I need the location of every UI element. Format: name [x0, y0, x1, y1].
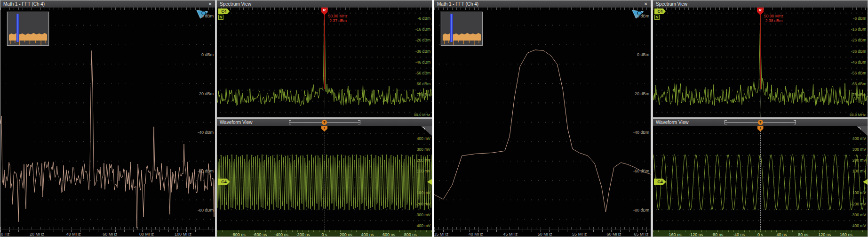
marker-line [324, 15, 325, 89]
waveform-plot[interactable]: T C4 400 mV300 mV200 mV100 mV-100 mV-200… [217, 126, 432, 230]
tick-label: 60 MHz [103, 232, 117, 237]
tick-label: 20 MHz [30, 232, 44, 237]
horizontal-position-slider[interactable]: T [289, 120, 360, 124]
tick-label: -600 ns [253, 232, 267, 237]
tick-label: 400 ns [361, 232, 374, 237]
math-fft-panel: Math 1 - FFT (Ch 4) ✕ [434, 0, 651, 237]
tick-label: -40 ns [733, 232, 745, 237]
waveform-view-panel: Waveform View T T C4 [216, 118, 432, 237]
tick-label: -200 ns [296, 232, 310, 237]
time-axis: -800 ns-600 ns-400 ns-200 ns0 s200 ns400… [217, 230, 432, 237]
tick-label: 40 ns [777, 232, 787, 237]
tick-label: 80 MHz [139, 232, 154, 237]
spectrum-view-panel: Spectrum View R 50.00 MHz -2.37 dBm C4 [216, 0, 432, 118]
tick-label: 55 MHz [572, 232, 587, 237]
fft-x-axis: 0 Hz20 MHz40 MHz60 MHz80 MHz100 MHz [0, 229, 215, 237]
waveform-view-panel: Waveform View T T C4 [653, 118, 868, 237]
waveform-titlebar[interactable]: Waveform View T [217, 119, 432, 126]
math-title: Math 1 - FFT (Ch 4) [3, 0, 45, 8]
fft-thumbnail-graphic [441, 12, 482, 45]
math-titlebar[interactable]: Math 1 - FFT (Ch 4) ✕ [434, 0, 651, 8]
oscilloscope-screen: Math 1 - FFT (Ch 4) ✕ [0, 0, 868, 237]
tick-label: 35 MHz [434, 232, 448, 237]
trigger-position-line [325, 126, 325, 230]
horizontal-position-slider[interactable]: T [725, 120, 796, 124]
marker-frequency: 50.00 MHz [764, 14, 783, 18]
tick-label: 160 ns [840, 232, 852, 237]
marker-amplitude: -2.37 dBm [328, 18, 348, 23]
display-group-left: Math 1 - FFT (Ch 4) ✕ [0, 0, 432, 237]
math-fft-plot[interactable]: 20 dBm0 dBm-20 dBm-40 dBm-60 dBm-80 dBm [434, 8, 651, 229]
tick-label: 0 Hz [1, 232, 10, 237]
fft-thumbnail-graphic [8, 12, 48, 45]
time-axis: -160 ns-120 ns-80 ns-40 ns0 s40 ns80 ns1… [653, 230, 868, 237]
tick-label: 100 MHz [175, 232, 191, 237]
spectrum-view-panel: Spectrum View R 50.00 MHz -2.38 dBm C4 [653, 0, 868, 118]
trace-mode-badge[interactable]: N [654, 15, 660, 20]
marker-frequency: 50.00 MHz [328, 14, 348, 18]
zoom-flag-graphic [632, 9, 644, 19]
tick-label: 600 ns [382, 232, 395, 237]
math-titlebar[interactable]: Math 1 - FFT (Ch 4) ✕ [0, 0, 215, 8]
right-column: Spectrum View R 50.00 MHz -2.38 dBm C4 [653, 0, 868, 237]
marker-readout: 50.00 MHz -2.38 dBm [764, 14, 783, 23]
tick-label: 65 MHz [634, 232, 649, 237]
math-title: Math 1 - FFT (Ch 4) [437, 0, 478, 8]
spectrum-corner-frequency: 55.0 MHz [850, 113, 866, 117]
fft-overview-thumbnail[interactable] [7, 12, 49, 46]
right-column: Spectrum View R 50.00 MHz -2.37 dBm C4 [216, 0, 432, 237]
tick-label: -800 ns [231, 232, 246, 237]
spectrum-title: Spectrum View [656, 0, 687, 8]
close-icon[interactable]: ✕ [208, 0, 212, 8]
fft-overview-thumbnail[interactable] [441, 12, 483, 46]
zoom-flag-graphic [196, 9, 208, 19]
marker-readout: 50.00 MHz -2.37 dBm [328, 14, 348, 23]
zoom-mode-icon[interactable] [196, 9, 208, 19]
tick-label: 80 ns [798, 232, 808, 237]
waveform-title: Waveform View [656, 119, 688, 126]
spectrum-plot[interactable]: R 50.00 MHz -2.37 dBm C4 N -6 dBm-16 dBm… [217, 8, 432, 118]
tick-label: 0 s [321, 232, 327, 237]
ground-level-arrow[interactable] [863, 179, 868, 185]
spectrum-titlebar[interactable]: Spectrum View [653, 0, 868, 8]
tick-label: -400 ns [274, 232, 288, 237]
display-group-right: Math 1 - FFT (Ch 4) ✕ [434, 0, 868, 237]
spectrum-title: Spectrum View [220, 0, 251, 8]
tick-label: 50 MHz [538, 232, 552, 237]
spectrum-plot[interactable]: R 50.00 MHz -2.38 dBm C4 N -6 dBm-16 dBm… [653, 8, 868, 118]
tick-label: 0 s [757, 232, 763, 237]
tick-label: 200 ns [340, 232, 352, 237]
trace-mode-badge[interactable]: N [218, 15, 223, 20]
math-fft-plot[interactable]: 20 dBm0 dBm-20 dBm-40 dBm-60 dBm-80 dBm [0, 8, 215, 229]
spectrum-corner-frequency: 55.0 MHz [414, 113, 430, 117]
ground-level-arrow[interactable] [427, 179, 432, 185]
fft-x-axis: 35 MHz40 MHz45 MHz50 MHz55 MHz60 MHz65 M… [434, 229, 651, 237]
tick-label: 40 MHz [66, 232, 81, 237]
marker-amplitude: -2.38 dBm [764, 18, 783, 23]
tick-label: 40 MHz [469, 232, 483, 237]
tick-label: 120 ns [818, 232, 831, 237]
trigger-position-line [760, 126, 761, 230]
trigger-slider-knob[interactable]: T [758, 120, 763, 125]
waveform-title: Waveform View [220, 119, 252, 126]
trigger-slider-knob[interactable]: T [322, 120, 327, 125]
close-icon[interactable]: ✕ [644, 0, 648, 8]
tick-label: 800 ns [404, 232, 417, 237]
tick-label: 60 MHz [607, 232, 621, 237]
waveform-titlebar[interactable]: Waveform View T [653, 119, 868, 126]
zoom-mode-icon[interactable] [632, 9, 644, 19]
spectrum-titlebar[interactable]: Spectrum View [217, 0, 432, 8]
tick-label: -80 ns [711, 232, 723, 237]
math-fft-panel: Math 1 - FFT (Ch 4) ✕ [0, 0, 215, 237]
tick-label: -120 ns [689, 232, 703, 237]
tick-label: 45 MHz [503, 232, 518, 237]
marker-line [760, 15, 761, 89]
tick-label: -160 ns [668, 232, 682, 237]
waveform-plot[interactable]: T C4 400 mV300 mV200 mV100 mV-100 mV-200… [653, 126, 868, 230]
